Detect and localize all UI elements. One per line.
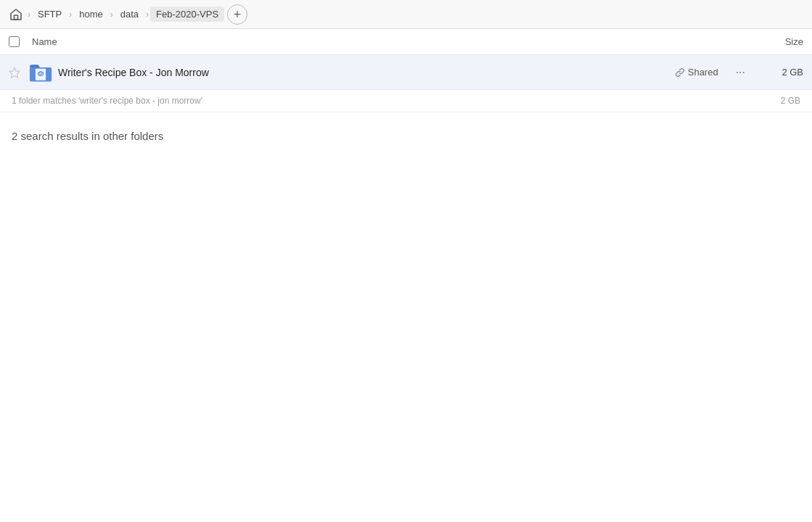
column-headers: Name Size xyxy=(0,29,812,55)
shared-label: Shared xyxy=(688,67,718,78)
breadcrumb-home[interactable]: home xyxy=(73,7,109,22)
breadcrumb-feb-2020-vps[interactable]: Feb-2020-VPS xyxy=(150,7,224,22)
star-icon[interactable] xyxy=(9,67,26,78)
other-results-title: 2 search results in other folders xyxy=(12,130,800,142)
breadcrumb-bar: › SFTP › home › data › Feb-2020-VPS + xyxy=(0,0,812,29)
search-info-text: 1 folder matches 'writer's recipe box - … xyxy=(12,96,202,106)
name-column-header: Name xyxy=(32,36,745,47)
breadcrumb-data[interactable]: data xyxy=(115,7,144,22)
home-button[interactable] xyxy=(6,4,26,25)
separator-4: › xyxy=(146,9,149,20)
add-tab-button[interactable]: + xyxy=(227,4,247,25)
select-all-checkbox[interactable] xyxy=(9,36,20,47)
file-size: 2 GB xyxy=(760,67,803,78)
file-row[interactable]: Writer's Recipe Box - Jon Morrow Shared … xyxy=(0,55,812,90)
svg-marker-1 xyxy=(9,67,20,78)
other-results-section: 2 search results in other folders xyxy=(0,112,812,148)
more-options-button[interactable]: ··· xyxy=(730,63,751,82)
select-all-checkbox-container[interactable] xyxy=(9,36,32,47)
size-column-header: Size xyxy=(745,36,803,47)
search-info-bar: 1 folder matches 'writer's recipe box - … xyxy=(0,90,812,112)
folder-icon xyxy=(29,61,52,84)
link-icon xyxy=(675,67,685,78)
file-name: Writer's Recipe Box - Jon Morrow xyxy=(58,67,675,78)
separator-2: › xyxy=(69,9,72,20)
svg-rect-0 xyxy=(15,15,18,20)
search-info-size: 2 GB xyxy=(781,96,800,106)
separator-1: › xyxy=(28,9,30,20)
shared-badge: Shared xyxy=(675,67,718,78)
separator-3: › xyxy=(110,9,113,20)
breadcrumb-sftp[interactable]: SFTP xyxy=(32,7,67,22)
